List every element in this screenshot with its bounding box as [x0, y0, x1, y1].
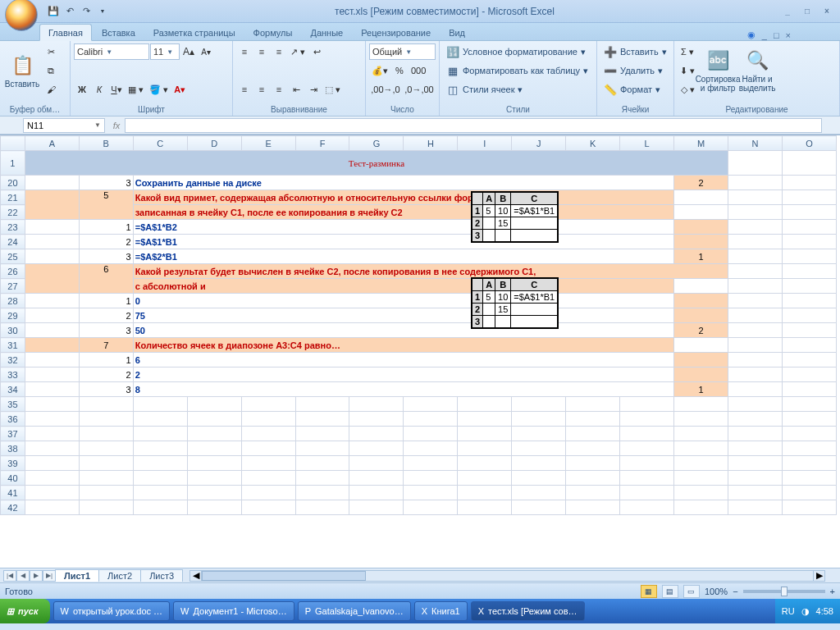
cell[interactable]: 1: [674, 382, 728, 397]
row-header[interactable]: 40: [1, 471, 25, 486]
cell[interactable]: 0: [133, 294, 673, 308]
indent-inc-icon[interactable]: ⇥: [305, 81, 322, 98]
row-header[interactable]: 33: [1, 368, 25, 382]
title-cell[interactable]: Тест-разминка: [25, 151, 728, 176]
bold-button[interactable]: Ж: [74, 81, 90, 98]
close-button[interactable]: ×: [819, 5, 835, 18]
view-page-layout-icon[interactable]: ▤: [662, 585, 678, 598]
col-header[interactable]: C: [133, 136, 187, 151]
merge-button[interactable]: ⬚ ▾: [322, 81, 343, 98]
doc-close-button[interactable]: ×: [786, 30, 791, 40]
shrink-font-icon[interactable]: A▾: [198, 43, 214, 60]
view-page-break-icon[interactable]: ▭: [683, 585, 700, 598]
taskbar-item[interactable]: Xтест.xls [Режим сов…: [471, 601, 585, 621]
cell[interactable]: 2: [79, 235, 133, 249]
tray-clock[interactable]: 4:58: [816, 606, 833, 616]
minimize-button[interactable]: _: [779, 5, 796, 18]
underline-button[interactable]: Ч ▾: [108, 81, 125, 98]
cut-icon[interactable]: ✂: [43, 43, 59, 60]
sheet-nav-last-icon[interactable]: ▶|: [43, 570, 56, 582]
find-select-button[interactable]: 🔍Найти и выделить: [738, 43, 776, 98]
sheet-nav-next-icon[interactable]: ▶: [30, 570, 43, 582]
row-header[interactable]: 37: [1, 427, 25, 441]
sheet-nav-first-icon[interactable]: |◀: [3, 570, 16, 582]
row-header[interactable]: 25: [1, 249, 25, 264]
cell[interactable]: Количество ячеек в диапозоне А3:С4 равно…: [133, 338, 673, 353]
cell[interactable]: 50: [133, 323, 673, 338]
clear-icon[interactable]: ◇ ▾: [678, 81, 697, 98]
undo-icon[interactable]: ↶: [62, 4, 77, 19]
zoom-value[interactable]: 100%: [705, 587, 728, 596]
format-cells-button[interactable]: 📏Формат ▾: [600, 81, 670, 98]
col-header[interactable]: G: [349, 136, 404, 151]
insert-cells-button[interactable]: ➕Вставить ▾: [600, 43, 670, 60]
col-header[interactable]: J: [512, 136, 566, 151]
fill-color-button[interactable]: 🪣 ▾: [147, 81, 171, 98]
row-header[interactable]: 28: [1, 294, 25, 308]
redo-icon[interactable]: ↷: [79, 4, 94, 19]
zoom-in-icon[interactable]: +: [830, 587, 835, 596]
row-header[interactable]: 35: [1, 397, 25, 412]
format-as-table-button[interactable]: ▦Форматировать как таблицу ▾: [443, 62, 593, 79]
tray-icon[interactable]: ◑: [801, 606, 810, 617]
cell[interactable]: 1: [674, 249, 728, 264]
row-header[interactable]: 21: [1, 190, 25, 205]
number-format-combo[interactable]: Общий▼: [369, 43, 436, 60]
sheet-tab[interactable]: Лист2: [98, 569, 141, 582]
col-header[interactable]: L: [620, 136, 674, 151]
cell[interactable]: 3: [79, 176, 133, 190]
cell[interactable]: 6: [133, 353, 673, 368]
row-header[interactable]: 31: [1, 338, 25, 353]
cell[interactable]: 75: [133, 308, 673, 323]
row-header[interactable]: 27: [1, 279, 25, 294]
help-icon[interactable]: ◉: [747, 30, 756, 40]
tab-home[interactable]: Главная: [39, 24, 92, 41]
conditional-formatting-button[interactable]: 🔢Условное форматирование ▾: [443, 43, 593, 60]
row-header[interactable]: 26: [1, 264, 25, 279]
wrap-text-icon[interactable]: ↩: [308, 43, 325, 60]
horizontal-scrollbar[interactable]: ◀▶: [189, 570, 825, 582]
col-header[interactable]: B: [79, 136, 133, 151]
zoom-out-icon[interactable]: −: [733, 587, 737, 596]
cell[interactable]: 2: [674, 176, 728, 190]
row-header[interactable]: 39: [1, 456, 25, 471]
taskbar-item[interactable]: XКнига1: [414, 601, 468, 621]
col-header[interactable]: O: [782, 136, 836, 151]
name-box[interactable]: N11▼: [23, 118, 105, 133]
increase-decimal-icon[interactable]: ,00→,0: [369, 81, 402, 98]
orientation-icon[interactable]: ↗ ▾: [288, 43, 308, 60]
tab-review[interactable]: Рецензирование: [353, 25, 439, 40]
italic-button[interactable]: К: [91, 81, 107, 98]
align-middle-icon[interactable]: ≡: [253, 43, 270, 60]
formula-input[interactable]: [125, 118, 822, 133]
row-header[interactable]: 42: [1, 500, 25, 515]
align-top-icon[interactable]: ≡: [236, 43, 253, 60]
save-icon[interactable]: 💾: [46, 4, 61, 19]
autosum-icon[interactable]: Σ ▾: [678, 43, 697, 60]
view-normal-icon[interactable]: ▦: [641, 585, 657, 598]
cell[interactable]: 1: [79, 220, 133, 235]
tab-insert[interactable]: Вставка: [94, 25, 144, 40]
office-button[interactable]: [5, 0, 38, 31]
spreadsheet-grid[interactable]: A B C D E F G H I J K L M N O 1 Тест-раз…: [0, 135, 837, 515]
cell[interactable]: 2: [79, 308, 133, 323]
cell[interactable]: 1: [79, 353, 133, 368]
indent-dec-icon[interactable]: ⇤: [288, 81, 304, 98]
tab-formulas[interactable]: Формулы: [245, 25, 301, 40]
doc-minimize-button[interactable]: _: [762, 30, 767, 40]
cell[interactable]: записанная в ячейку С1, после ее копиров…: [133, 205, 673, 220]
row-header[interactable]: 20: [1, 176, 25, 190]
format-painter-icon[interactable]: 🖌: [43, 81, 59, 98]
cell[interactable]: =$A$1*B1: [133, 235, 673, 249]
col-header[interactable]: K: [566, 136, 620, 151]
zoom-slider[interactable]: [743, 590, 825, 593]
row-header[interactable]: 1: [1, 151, 25, 176]
row-header[interactable]: 41: [1, 486, 25, 500]
cell[interactable]: Сохранить данные на диске: [133, 176, 673, 190]
col-header[interactable]: M: [674, 136, 728, 151]
col-header[interactable]: H: [404, 136, 458, 151]
font-color-button[interactable]: A ▾: [171, 81, 188, 98]
col-header[interactable]: N: [728, 136, 783, 151]
col-header[interactable]: A: [25, 136, 79, 151]
align-right-icon[interactable]: ≡: [271, 81, 287, 98]
